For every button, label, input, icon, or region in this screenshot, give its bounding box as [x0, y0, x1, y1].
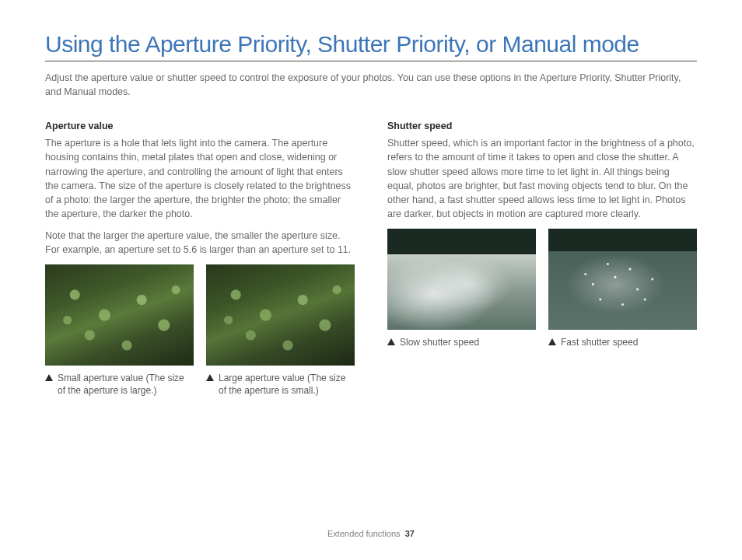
- shutter-image-fast: Fast shutter speed: [548, 229, 697, 348]
- footer-page-number: 37: [405, 529, 415, 538]
- aperture-caption-2-text: Large aperture value (The size of the ap…: [219, 372, 355, 397]
- svg-marker-2: [387, 338, 395, 345]
- aperture-caption-1-text: Small aperture value (The size of the ap…: [58, 372, 194, 397]
- page-title: Using the Aperture Priority, Shutter Pri…: [45, 31, 697, 61]
- shutter-paragraph: Shutter speed, which is an important fac…: [387, 136, 697, 221]
- aperture-image-small-value: Small aperture value (The size of the ap…: [45, 264, 194, 397]
- shutter-photo-fast: [548, 229, 697, 330]
- shutter-photo-slow: [387, 229, 536, 330]
- svg-marker-3: [548, 338, 556, 345]
- shutter-caption-1: Slow shutter speed: [387, 336, 536, 348]
- shutter-image-slow: Slow shutter speed: [387, 229, 536, 348]
- aperture-image-row: Small aperture value (The size of the ap…: [45, 264, 355, 397]
- triangle-up-icon: [548, 338, 556, 345]
- aperture-photo-sharp: [45, 264, 194, 366]
- aperture-paragraph-2: Note that the larger the aperture value,…: [45, 229, 355, 257]
- content-columns: Aperture value The aperture is a hole th…: [45, 121, 697, 397]
- shutter-image-row: Slow shutter speed Fast shutter speed: [387, 229, 697, 348]
- left-column: Aperture value The aperture is a hole th…: [45, 121, 355, 397]
- triangle-up-icon: [45, 374, 53, 381]
- shutter-caption-2-text: Fast shutter speed: [561, 336, 638, 348]
- aperture-caption-2: Large aperture value (The size of the ap…: [206, 372, 355, 397]
- aperture-heading: Aperture value: [45, 121, 355, 131]
- intro-text: Adjust the aperture value or shutter spe…: [45, 71, 697, 99]
- aperture-photo-soft: [206, 264, 355, 366]
- aperture-image-large-value: Large aperture value (The size of the ap…: [206, 264, 355, 397]
- page-footer: Extended functions 37: [0, 529, 742, 538]
- svg-marker-1: [206, 374, 214, 381]
- aperture-caption-1: Small aperture value (The size of the ap…: [45, 372, 194, 397]
- footer-section: Extended functions: [327, 529, 401, 538]
- svg-marker-0: [45, 374, 53, 381]
- right-column: Shutter speed Shutter speed, which is an…: [387, 121, 697, 397]
- triangle-up-icon: [206, 374, 214, 381]
- aperture-paragraph-1: The aperture is a hole that lets light i…: [45, 136, 355, 221]
- shutter-heading: Shutter speed: [387, 121, 697, 131]
- shutter-caption-2: Fast shutter speed: [548, 336, 697, 348]
- triangle-up-icon: [387, 338, 395, 345]
- shutter-caption-1-text: Slow shutter speed: [400, 336, 479, 348]
